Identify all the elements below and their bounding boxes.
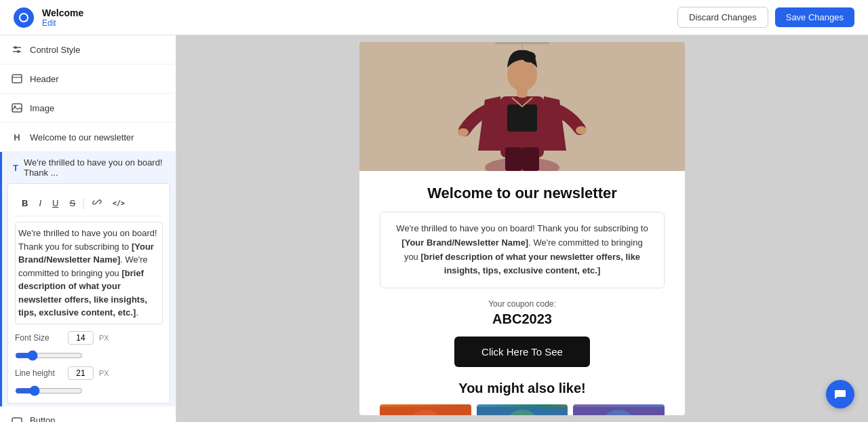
app-edit-link[interactable]: Edit xyxy=(42,18,83,28)
topbar-right: Discard Changes Save Changes xyxy=(677,7,854,28)
underline-button[interactable]: U xyxy=(48,195,62,211)
sidebar-item-button[interactable]: Button xyxy=(0,406,176,423)
sidebar: Control Style Header Image xyxy=(0,35,176,422)
you-might-label: You might also like! xyxy=(380,381,665,396)
svg-point-25 xyxy=(458,128,469,136)
image-icon xyxy=(11,102,23,114)
svg-rect-8 xyxy=(12,418,22,423)
app-info: Welcome Edit xyxy=(42,7,83,28)
svg-point-26 xyxy=(576,126,587,134)
toolbar-separator xyxy=(83,198,84,209)
email-preview-area: Welcome to our newsletter We're thrilled… xyxy=(176,35,868,422)
sidebar-item-header[interactable]: Header xyxy=(0,64,176,94)
svg-point-3 xyxy=(17,50,20,53)
app-logo xyxy=(14,7,34,28)
sidebar-item-image[interactable]: Image xyxy=(0,94,176,123)
sidebar-item-label: Image xyxy=(30,103,54,113)
coupon-code-value: ABC2023 xyxy=(380,311,665,327)
svg-point-1 xyxy=(14,46,17,49)
line-height-slider[interactable] xyxy=(15,385,83,396)
main-layout: Control Style Header Image xyxy=(0,35,868,422)
bold-button[interactable]: B xyxy=(18,195,32,211)
desc-brand: [Your Brand/Newsletter Name] xyxy=(401,237,528,248)
font-controls: Font Size PX Line height PX xyxy=(15,331,163,396)
svg-rect-27 xyxy=(505,147,522,171)
line-height-label: Line height xyxy=(15,368,62,378)
svg-point-24 xyxy=(522,52,536,62)
svg-rect-21 xyxy=(507,104,537,132)
font-size-row: Font Size PX xyxy=(15,331,163,345)
t-icon: T xyxy=(13,163,18,173)
cta-button[interactable]: Click Here To See xyxy=(454,337,590,367)
line-height-input[interactable] xyxy=(68,366,94,380)
product-thumb-3 xyxy=(573,404,665,415)
font-size-unit: PX xyxy=(99,334,109,342)
sidebar-item-control-style[interactable]: Control Style xyxy=(0,35,176,64)
desc-bold: [brief description of what your newslett… xyxy=(420,252,640,276)
svg-rect-4 xyxy=(12,75,22,83)
italic-button[interactable]: I xyxy=(35,195,45,211)
strikethrough-button[interactable]: S xyxy=(65,195,79,211)
font-size-input[interactable] xyxy=(68,331,94,345)
coupon-label: Your coupon code: xyxy=(380,299,665,309)
product-row xyxy=(380,404,665,415)
email-preview: Welcome to our newsletter We're thrilled… xyxy=(359,42,685,415)
text-content-editor[interactable]: We're thrilled to have you on board! Tha… xyxy=(15,222,163,324)
text-panel-title: We're thrilled to have you on board! Tha… xyxy=(24,157,165,178)
svg-rect-6 xyxy=(12,104,22,112)
topbar-left: Welcome Edit xyxy=(14,7,83,28)
sidebar-item-welcome-heading[interactable]: H Welcome to our newsletter xyxy=(0,123,176,152)
sidebar-item-text-block[interactable]: T We're thrilled to have you on board! T… xyxy=(0,152,176,406)
app-title: Welcome xyxy=(42,7,83,18)
font-size-slider[interactable] xyxy=(15,350,83,361)
text-editor-panel: B I U S </> We're thrilled to have you o… xyxy=(7,183,170,404)
email-hero-image xyxy=(359,42,685,171)
model-illustration xyxy=(359,42,685,171)
svg-rect-28 xyxy=(522,147,539,171)
product-thumb-2 xyxy=(477,404,568,415)
line-height-unit: PX xyxy=(99,369,109,377)
slider-icon xyxy=(11,43,23,56)
svg-rect-29 xyxy=(495,42,549,44)
sidebar-item-label: Welcome to our newsletter xyxy=(30,132,134,142)
h-icon: H xyxy=(11,131,23,143)
text-panel-header: T We're thrilled to have you on board! T… xyxy=(2,152,176,180)
email-description: We're thrilled to have you on board! Tha… xyxy=(380,212,665,288)
font-size-label: Font Size xyxy=(15,333,62,343)
sidebar-item-label: Button xyxy=(30,415,56,422)
text-toolbar: B I U S </> xyxy=(15,191,163,216)
button-icon xyxy=(11,415,23,423)
topbar: Welcome Edit Discard Changes Save Change… xyxy=(0,0,868,35)
text-end: . xyxy=(136,307,138,318)
link-button[interactable] xyxy=(88,195,106,212)
code-button[interactable]: </> xyxy=(108,197,129,210)
line-height-row: Line height PX xyxy=(15,366,163,380)
discard-button[interactable]: Discard Changes xyxy=(677,7,768,28)
sidebar-item-label: Header xyxy=(30,74,59,84)
email-body: Welcome to our newsletter We're thrilled… xyxy=(359,171,685,415)
app-logo-inner xyxy=(19,13,28,22)
sidebar-item-label: Control Style xyxy=(30,45,80,55)
line-height-slider-row xyxy=(15,385,163,396)
header-icon xyxy=(11,73,23,85)
email-title: Welcome to our newsletter xyxy=(380,185,665,202)
save-button[interactable]: Save Changes xyxy=(775,7,854,27)
font-size-slider-row xyxy=(15,350,163,361)
chat-fab[interactable] xyxy=(826,380,854,408)
product-thumb-1 xyxy=(380,404,471,415)
desc-plain: We're thrilled to have you on board! Tha… xyxy=(396,223,648,233)
